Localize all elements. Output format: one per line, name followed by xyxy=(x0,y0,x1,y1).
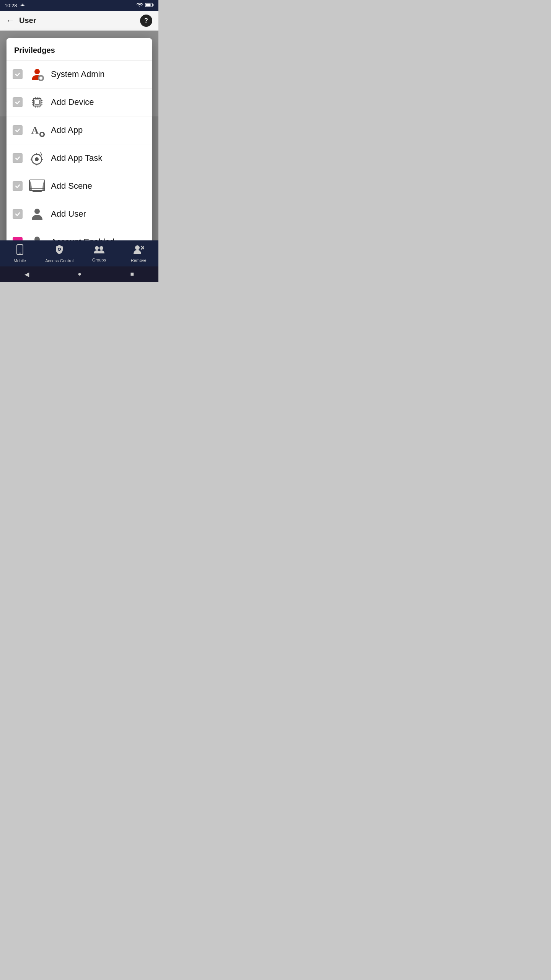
svg-rect-1 xyxy=(146,3,151,6)
home-nav-icon[interactable]: ● xyxy=(78,271,82,278)
nav-access-control[interactable]: Access Control xyxy=(40,244,80,263)
nav-remove-label: Remove xyxy=(131,258,147,263)
checkbox-system-admin[interactable] xyxy=(13,69,23,79)
icon-add-user xyxy=(29,206,46,222)
svg-point-47 xyxy=(95,246,99,250)
label-system-admin: System Admin xyxy=(51,69,105,79)
svg-point-5 xyxy=(39,77,42,80)
checkbox-add-app[interactable] xyxy=(13,125,23,135)
nav-access-control-label: Access Control xyxy=(45,258,73,263)
svg-point-48 xyxy=(99,246,103,250)
checkbox-add-user[interactable] xyxy=(13,209,23,219)
app-header: ← User ? xyxy=(0,11,158,31)
icon-add-scene xyxy=(29,178,46,194)
label-add-app-task: Add App Task xyxy=(51,153,102,163)
svg-text:A: A xyxy=(39,151,42,157)
shield-icon xyxy=(55,244,64,257)
svg-rect-30 xyxy=(44,134,45,135)
remove-user-icon xyxy=(133,245,144,257)
svg-point-46 xyxy=(59,248,60,250)
checkbox-add-device[interactable] xyxy=(13,97,23,107)
nav-groups[interactable]: Groups xyxy=(79,245,119,262)
bottom-navigation: Mobile Access Control Groups xyxy=(0,240,158,266)
label-add-app: Add App xyxy=(51,125,83,135)
nav-remove[interactable]: Remove xyxy=(119,245,159,263)
svg-point-41 xyxy=(34,209,40,214)
privilege-add-user[interactable]: Add User xyxy=(7,200,152,228)
recent-nav-icon[interactable]: ■ xyxy=(130,271,134,278)
status-bar: 10:28 xyxy=(0,0,158,11)
nav-groups-label: Groups xyxy=(92,258,106,262)
label-add-scene: Add Scene xyxy=(51,181,92,191)
wifi-icon xyxy=(136,2,143,9)
nav-mobile[interactable]: Mobile xyxy=(0,244,40,263)
svg-text:A: A xyxy=(31,125,39,136)
svg-point-3 xyxy=(34,69,40,74)
svg-rect-27 xyxy=(42,132,43,133)
label-add-user: Add User xyxy=(51,209,86,219)
svg-rect-7 xyxy=(40,80,42,81)
svg-rect-9 xyxy=(42,77,44,79)
checkbox-add-app-task[interactable] xyxy=(13,153,23,163)
page-title: User xyxy=(19,16,140,25)
svg-rect-11 xyxy=(35,100,39,105)
privilege-add-device[interactable]: Add Device xyxy=(7,88,152,116)
back-button[interactable]: ← xyxy=(6,16,15,26)
signal-icon xyxy=(20,3,26,8)
back-nav-icon[interactable]: ◀ xyxy=(24,271,29,278)
battery-icon xyxy=(145,3,154,8)
icon-add-app: A xyxy=(29,122,46,139)
svg-rect-2 xyxy=(153,4,154,6)
icon-add-device xyxy=(29,94,46,111)
privilege-add-scene[interactable]: Add Scene xyxy=(7,172,152,200)
icon-add-app-task: A xyxy=(29,150,46,167)
modal-overlay: Priviledges System xyxy=(0,31,158,240)
svg-rect-29 xyxy=(39,134,41,135)
svg-point-49 xyxy=(135,245,140,250)
icon-system-admin xyxy=(29,66,46,83)
checkbox-add-scene[interactable] xyxy=(13,181,23,191)
svg-point-32 xyxy=(35,157,39,161)
time-display: 10:28 xyxy=(5,3,17,8)
android-system-nav: ◀ ● ■ xyxy=(0,266,158,282)
privilege-add-app-task[interactable]: A Add App Task xyxy=(7,144,152,172)
privilege-system-admin[interactable]: System Admin xyxy=(7,60,152,88)
label-add-device: Add Device xyxy=(51,97,94,107)
svg-rect-6 xyxy=(40,75,42,77)
mobile-icon xyxy=(16,244,24,257)
svg-point-26 xyxy=(41,133,44,136)
svg-rect-8 xyxy=(38,77,39,79)
svg-rect-28 xyxy=(42,136,43,137)
svg-rect-10 xyxy=(33,98,41,106)
help-button[interactable]: ? xyxy=(140,15,152,27)
groups-icon xyxy=(93,245,105,256)
svg-rect-44 xyxy=(19,253,21,253)
svg-rect-40 xyxy=(33,191,42,192)
svg-rect-38 xyxy=(29,180,45,191)
nav-mobile-label: Mobile xyxy=(14,258,26,263)
privilege-add-app[interactable]: A Add App xyxy=(7,116,152,144)
dialog-title: Priviledges xyxy=(7,38,152,60)
